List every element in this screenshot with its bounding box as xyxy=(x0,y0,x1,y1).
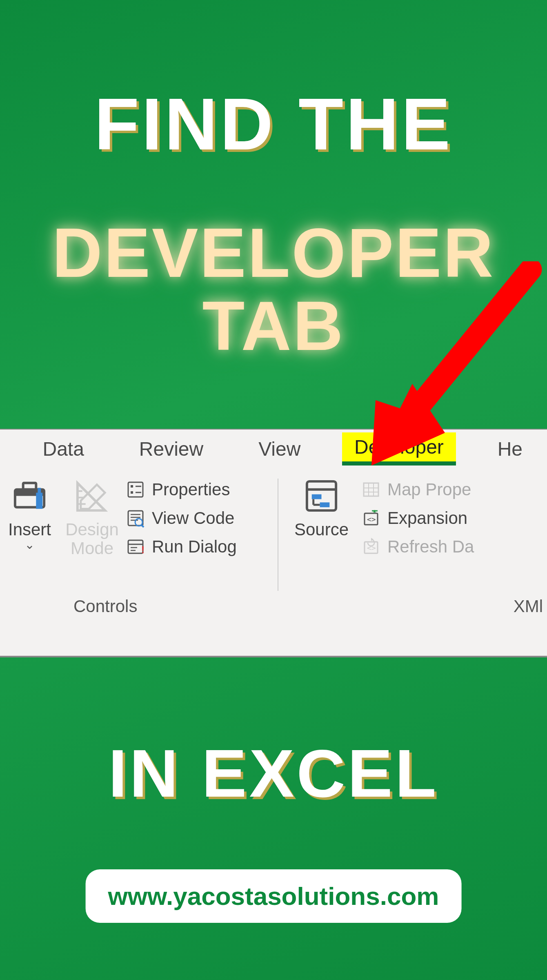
headline-in-excel: IN EXCEL xyxy=(0,735,547,812)
properties-icon xyxy=(125,479,146,500)
svg-line-21 xyxy=(141,525,144,527)
refresh-data-button: <> Refresh Da xyxy=(360,536,474,557)
ribbon-groups: Insert ⌄ Design Mode xyxy=(0,468,547,619)
svg-rect-5 xyxy=(23,483,36,490)
view-code-button[interactable]: View Code xyxy=(125,508,237,529)
svg-rect-12 xyxy=(131,485,133,488)
tab-data[interactable]: Data xyxy=(30,434,96,463)
group-label-controls: Controls xyxy=(73,597,137,616)
tab-developer[interactable]: Developer xyxy=(342,432,456,466)
source-icon xyxy=(302,477,341,515)
run-dialog-button[interactable]: ! Run Dialog xyxy=(125,536,237,557)
svg-rect-6 xyxy=(36,493,42,509)
design-mode-label: Design Mode xyxy=(65,520,119,558)
controls-small-buttons: Properties View Code xyxy=(125,477,237,619)
expansion-packs-button[interactable]: <> Expansion xyxy=(360,508,474,529)
toolbox-icon xyxy=(10,477,49,515)
map-properties-button: Map Prope xyxy=(360,479,474,500)
insert-label: Insert xyxy=(8,520,51,539)
svg-rect-7 xyxy=(38,488,41,494)
source-label: Source xyxy=(294,520,349,539)
refresh-label: Refresh Da xyxy=(387,537,474,557)
website-url: www.yacostasolutions.com xyxy=(86,869,462,923)
refresh-icon: <> xyxy=(360,536,382,557)
expansion-label: Expansion xyxy=(387,508,467,528)
svg-text:<>: <> xyxy=(367,515,376,523)
svg-rect-14 xyxy=(131,491,133,494)
properties-button[interactable]: Properties xyxy=(125,479,237,500)
ruler-triangle-icon xyxy=(73,477,111,515)
headline-developer-tab: DEVELOPER TAB xyxy=(0,216,547,362)
properties-label: Properties xyxy=(152,480,230,499)
group-label-xml: XMl xyxy=(514,597,543,616)
svg-rect-29 xyxy=(312,494,322,499)
tab-review[interactable]: Review xyxy=(127,434,216,463)
expansion-icon: <> xyxy=(360,508,382,529)
svg-text:!: ! xyxy=(141,544,145,555)
run-dialog-label: Run Dialog xyxy=(152,537,237,557)
group-controls: Insert ⌄ Design Mode xyxy=(0,468,278,619)
insert-controls-button[interactable]: Insert ⌄ xyxy=(0,477,59,619)
tab-help[interactable]: He xyxy=(485,434,535,463)
map-properties-icon xyxy=(360,479,382,500)
svg-rect-22 xyxy=(128,540,143,553)
ribbon-tabs: Data Review View Developer He xyxy=(0,430,547,468)
svg-rect-30 xyxy=(320,502,330,507)
headline-find-the: FIND THE xyxy=(0,82,547,166)
view-code-icon xyxy=(125,508,146,529)
view-code-label: View Code xyxy=(152,508,234,528)
excel-ribbon-screenshot: Data Review View Developer He xyxy=(0,429,547,657)
xml-small-buttons: Map Prope <> Expansion xyxy=(360,477,474,619)
svg-rect-33 xyxy=(364,483,378,496)
map-properties-label: Map Prope xyxy=(387,480,471,499)
source-button[interactable]: Source xyxy=(286,477,357,619)
run-dialog-icon: ! xyxy=(125,536,146,557)
group-xml: Source Map Prope xyxy=(278,468,547,619)
tab-view[interactable]: View xyxy=(246,434,313,463)
chevron-down-icon: ⌄ xyxy=(24,537,35,552)
svg-rect-11 xyxy=(128,482,143,497)
